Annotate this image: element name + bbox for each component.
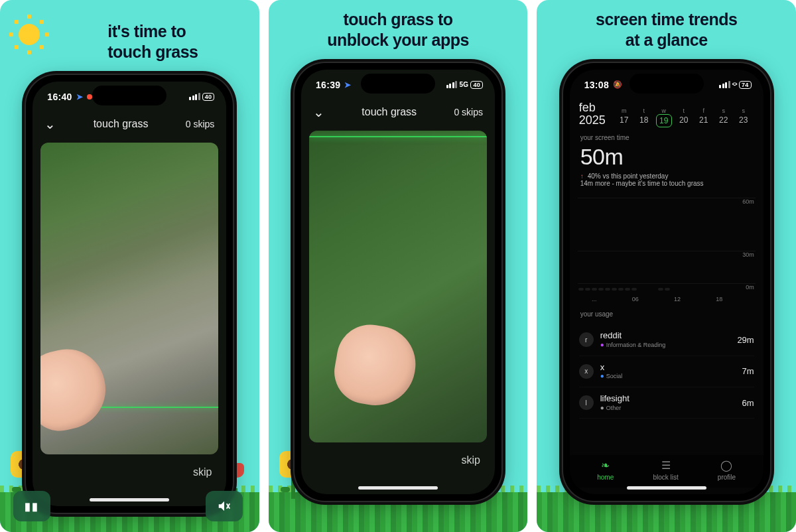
chart-hour-column xyxy=(684,288,691,291)
phone-mockup: 16:40 ➤ 40 ⌄ touch grass 0 skips xyxy=(26,75,233,513)
app-header: ⌄ touch grass 0 skips xyxy=(33,112,226,139)
app-name: lifesight xyxy=(600,394,736,404)
camera-viewfinder[interactable] xyxy=(309,131,487,442)
day-column[interactable]: f21 xyxy=(696,107,712,127)
screenshot-panel-1: it's time to touch grass 16:40 ➤ 40 xyxy=(0,0,259,532)
dynamic-island xyxy=(92,86,166,105)
skips-count: 0 skips xyxy=(454,107,483,117)
leaf-icon: ❧ xyxy=(601,459,610,472)
dynamic-island xyxy=(361,74,435,94)
chart-hour-column xyxy=(691,288,697,291)
x-tick: 12 xyxy=(674,296,681,302)
battery-pill: 74 xyxy=(739,81,752,89)
screen-time-chart[interactable]: 60m 30m 0m ... 06 12 18 xyxy=(578,198,756,304)
day-column[interactable]: s22 xyxy=(716,107,732,127)
mute-button[interactable] xyxy=(206,491,243,521)
chart-hour-column xyxy=(657,288,664,291)
network-label: 5G xyxy=(459,81,468,88)
block-list-icon: ☰ xyxy=(661,459,671,472)
x-tick: 06 xyxy=(632,296,639,302)
day-column[interactable]: t18 xyxy=(636,107,652,127)
dnd-icon: 🔕 xyxy=(613,80,622,89)
pause-button[interactable]: ▮▮ xyxy=(13,491,50,521)
month-label: feb xyxy=(579,101,606,115)
day-column[interactable]: t20 xyxy=(676,107,692,127)
day-picker[interactable]: m17t18w19t20f21s22s23 xyxy=(616,107,754,127)
chart-hour-column xyxy=(584,288,591,291)
location-arrow-icon: ➤ xyxy=(344,80,351,90)
app-category: ●Social xyxy=(600,372,736,380)
tab-bar: ❧ home ☰ block list ◯ profile xyxy=(570,455,763,488)
day-column[interactable]: m17 xyxy=(616,107,632,127)
chart-hour-column xyxy=(671,288,677,291)
usage-row[interactable]: llifesight●Other6m xyxy=(579,387,754,419)
usage-row[interactable]: rreddit●Information & Reading29m xyxy=(579,324,754,356)
app-header: ⌄ touch grass 0 skips xyxy=(301,100,495,127)
tab-profile[interactable]: ◯ profile xyxy=(718,459,736,481)
chart-hour-column xyxy=(704,288,710,291)
app-minutes: 7m xyxy=(742,366,754,376)
trend-indicator: ↑ 40% vs this point yesterday xyxy=(570,170,763,180)
chart-hour-column xyxy=(598,288,604,291)
recording-indicator-icon xyxy=(87,94,92,100)
app-category: ●Other xyxy=(600,404,736,412)
chart-hour-column xyxy=(591,288,598,291)
skips-count: 0 skips xyxy=(186,119,215,129)
location-arrow-icon: ➤ xyxy=(76,92,83,101)
skip-button[interactable]: skip xyxy=(193,466,212,478)
chart-hour-column xyxy=(604,288,611,291)
profile-icon: ◯ xyxy=(720,459,732,472)
day-column[interactable]: s23 xyxy=(736,107,752,127)
day-column[interactable]: w19 xyxy=(656,107,672,127)
app-minutes: 6m xyxy=(742,398,754,408)
app-minutes: 29m xyxy=(737,335,754,345)
tab-home[interactable]: ❧ home xyxy=(597,459,614,481)
screenshot-panel-2: touch grass to unblock your apps 16:39 ➤… xyxy=(269,0,528,532)
usage-list: rreddit●Information & Reading29mxx●Socia… xyxy=(570,320,763,419)
cell-signal-icon xyxy=(189,93,200,100)
scan-line xyxy=(309,136,487,137)
chart-hour-column xyxy=(697,288,704,291)
app-avatar: x xyxy=(579,364,594,379)
home-indicator[interactable] xyxy=(627,486,706,490)
chevron-down-icon[interactable]: ⌄ xyxy=(44,116,56,132)
screenshot-panel-3: screen time trends at a glance 13:08 🔕 ⌔… xyxy=(537,0,796,532)
usage-heading: your usage xyxy=(570,308,763,320)
chart-hour-column xyxy=(624,288,631,291)
app-avatar: r xyxy=(579,332,594,347)
home-indicator[interactable] xyxy=(90,498,169,501)
chart-hour-column xyxy=(730,288,737,291)
cell-signal-icon xyxy=(446,81,458,88)
status-time: 13:08 xyxy=(584,80,609,90)
chart-hour-column xyxy=(611,288,618,291)
usage-row[interactable]: xx●Social7m xyxy=(579,356,754,387)
chart-hour-column xyxy=(710,288,717,291)
chart-hour-column xyxy=(618,288,624,291)
screen-time-total: 50m xyxy=(570,144,763,170)
screen-time-heading: your screen time xyxy=(570,131,763,144)
phone-mockup: 16:39 ➤ 5G 40 ⌄ touch grass 0 skips xyxy=(295,63,501,501)
camera-viewfinder[interactable] xyxy=(40,143,218,454)
year-label: 2025 xyxy=(579,114,606,127)
app-avatar: l xyxy=(579,395,594,410)
skip-button[interactable]: skip xyxy=(462,454,480,466)
battery-pill: 40 xyxy=(202,93,215,101)
home-indicator[interactable] xyxy=(358,486,438,490)
chart-hour-column xyxy=(578,288,584,291)
chevron-down-icon[interactable]: ⌄ xyxy=(313,104,324,120)
phone-mockup: 13:08 🔕 ⌔ 74 feb 2025 m17t18w19t20f21s22… xyxy=(563,63,770,501)
panel-headline: screen time trends at a glance xyxy=(589,9,744,51)
x-tick: ... xyxy=(592,296,597,302)
battery-pill: 40 xyxy=(470,81,483,89)
hand-graphic xyxy=(329,319,421,411)
dynamic-island xyxy=(630,74,704,94)
panel-headline: touch grass to unblock your apps xyxy=(320,9,476,51)
status-time: 16:39 xyxy=(316,80,340,90)
date-strip[interactable]: feb 2025 m17t18w19t20f21s22s23 xyxy=(570,100,763,132)
chart-hour-column xyxy=(677,288,684,291)
trend-subtext: 14m more - maybe it's time to touch gras… xyxy=(580,180,704,187)
sun-decoration xyxy=(9,15,49,54)
app-name: x xyxy=(600,363,736,373)
tab-block-list[interactable]: ☰ block list xyxy=(653,459,678,481)
app-title: touch grass xyxy=(362,106,417,118)
